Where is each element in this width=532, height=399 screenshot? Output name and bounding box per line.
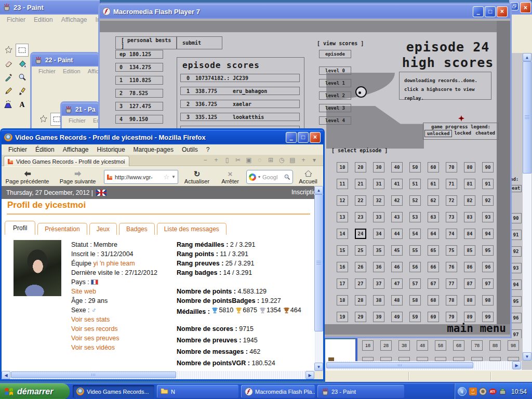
inscription-link[interactable]: Inscriptio (291, 189, 314, 196)
legend-cheated[interactable]: cheated (473, 130, 497, 137)
menu-fichier[interactable]: Fichier (5, 145, 31, 154)
bg-episode-cell[interactable] (471, 357, 483, 361)
task-video-games-records[interactable]: Video Games Records... (73, 385, 154, 398)
episode-cell-19[interactable]: 19 (337, 312, 348, 322)
main-menu-button[interactable]: main menu (404, 322, 506, 335)
bg-episode-cell-93[interactable]: 93 (510, 263, 522, 273)
ati-icon[interactable]: ATI (489, 388, 497, 395)
episode-cell-44[interactable]: 44 (391, 229, 403, 239)
menu-fichier[interactable]: Fichier (35, 67, 59, 75)
bg-episode-cell-78[interactable]: 78 (471, 340, 483, 351)
home-button[interactable]: Accueil (294, 168, 323, 186)
scrollbar-thumb[interactable] (11, 371, 176, 378)
tab-badges[interactable]: Badges (119, 223, 155, 235)
bg-episode-cell[interactable] (362, 357, 374, 361)
link-voir-ses-vid-os[interactable]: Voir ses vidéos (71, 344, 115, 351)
scroll-right-icon[interactable]: ▶ (512, 361, 521, 369)
horizontal-scrollbar[interactable]: ◀ ▶ (2, 371, 314, 379)
browser-tab[interactable]: Video Games Records - Profil de yicestmo… (4, 156, 129, 166)
scroll-right-icon[interactable]: ▶ (305, 371, 314, 379)
episode-cell-15[interactable]: 15 (337, 245, 348, 256)
bg-episode-cell-92[interactable]: 92 (510, 246, 522, 257)
episode-cell-52[interactable]: 52 (409, 195, 421, 206)
view-level-1-button[interactable]: level 1 (319, 79, 351, 87)
episode-cell-41[interactable]: 41 (391, 179, 403, 189)
info-link[interactable]: Site web (71, 288, 96, 295)
personal-best-row[interactable]: 0134.275 (115, 63, 163, 72)
loading-icon[interactable]: ◌ (256, 156, 263, 164)
episode-score-row[interactable]: 0107374182.:JC239 (180, 74, 300, 82)
episode-cell-58[interactable]: 58 (409, 295, 421, 305)
episode-cell-86[interactable]: 86 (464, 262, 475, 272)
episode-cell-59[interactable]: 59 (409, 312, 421, 322)
maximize-icon[interactable]: □ (298, 132, 309, 143)
episode-cell-71[interactable]: 71 (446, 179, 457, 189)
episode-cell-70[interactable]: 70 (446, 162, 457, 172)
episode-cell-12[interactable]: 12 (337, 195, 348, 206)
trash-icon[interactable]: ▯ (223, 156, 231, 164)
minimize-icon[interactable]: – (286, 132, 297, 143)
menu-fichier[interactable]: Fichier (65, 116, 89, 125)
minimize-icon[interactable]: − (202, 156, 209, 164)
menu-dition[interactable]: Édition (32, 145, 58, 154)
logitech-icon[interactable] (479, 388, 487, 395)
close-icon[interactable]: × (497, 6, 508, 17)
episode-cell-13[interactable]: 13 (337, 212, 348, 222)
scroll-left-icon[interactable]: ◀ (2, 371, 10, 379)
episode-cell-54[interactable]: 54 (409, 229, 421, 239)
tab-liste-des-messages[interactable]: Liste des messages (157, 223, 227, 235)
episode-cell-24[interactable]: 24 (355, 229, 366, 239)
submit-button[interactable]: submit (177, 36, 222, 49)
episode-cell-17[interactable]: 17 (337, 278, 348, 289)
vertical-scrollbar[interactable]: ▲ ▼ (314, 186, 323, 379)
window-titlebar[interactable]: 22 - Paint (32, 54, 98, 66)
menu-edition[interactable]: Edition (59, 67, 84, 75)
episode-cell-16[interactable]: 16 (337, 262, 348, 272)
link-voir-ses-preuves[interactable]: Voir ses preuves (71, 335, 119, 342)
episode-cell-53[interactable]: 53 (409, 212, 421, 222)
bg-episode-cell-90[interactable]: 90 (510, 213, 522, 223)
window-titlebar[interactable]: 23 - Paint (0, 0, 100, 15)
bg-episode-cell-68[interactable]: 68 (453, 340, 464, 351)
bg-episode-cell[interactable] (453, 357, 464, 361)
history-clock-icon[interactable]: ◷ (278, 156, 285, 164)
print-icon[interactable]: ▤ (289, 156, 296, 164)
episode-cell-38[interactable]: 38 (373, 295, 384, 305)
task-n[interactable]: N (157, 385, 238, 398)
scroll-up-icon[interactable]: ▲ (523, 53, 531, 61)
airbrush-icon[interactable] (2, 98, 15, 111)
menu-affichage[interactable]: Affichage (59, 145, 92, 154)
bg-episode-cell-48[interactable]: 48 (417, 340, 428, 351)
episode-cell-56[interactable]: 56 (409, 262, 421, 272)
personal-best-row[interactable]: 3127.475 (115, 102, 163, 111)
brush-icon[interactable] (16, 84, 29, 97)
task-macromedia-flash-pla[interactable]: Macromedia Flash Pla... (241, 385, 315, 398)
firefox-window[interactable]: Video Games Records - Profil de yicestmo… (0, 128, 325, 381)
menu-outils[interactable]: Outils (178, 145, 202, 154)
add-icon[interactable]: + (212, 156, 220, 164)
episode-cell-11[interactable]: 11 (337, 179, 348, 189)
episode-score-row[interactable]: 2336.725xaelar (180, 100, 300, 108)
menu-marque-pages[interactable]: Marque-pages (130, 145, 177, 154)
bg-episode-cell[interactable] (380, 357, 392, 361)
link-voir-ses-records[interactable]: Voir ses records (71, 325, 118, 332)
episode-cell-63[interactable]: 63 (428, 212, 439, 222)
episode-cell-81[interactable]: 81 (464, 179, 475, 189)
bg-episode-cell[interactable] (508, 357, 519, 361)
episode-cell-80[interactable]: 80 (464, 162, 475, 172)
episode-cell-33[interactable]: 33 (373, 212, 384, 222)
bg-episode-cell[interactable] (417, 357, 428, 361)
add-tab-icon[interactable]: + (300, 156, 307, 164)
bg-episode-cell-18[interactable]: 18 (362, 340, 374, 351)
episode-cell-34[interactable]: 34 (373, 229, 384, 239)
episode-cell-98[interactable]: 98 (482, 295, 494, 305)
episode-cell-47[interactable]: 47 (391, 278, 403, 289)
view-level-2-button[interactable]: level 2 (319, 91, 351, 100)
scroll-down-icon[interactable]: ▼ (314, 363, 323, 371)
url-bar[interactable]: http://www.vgr- ☆ ▼ (104, 170, 178, 184)
bg-episode-cell[interactable] (489, 357, 501, 361)
close-icon[interactable]: × (310, 132, 321, 143)
episode-cell-92[interactable]: 92 (482, 195, 494, 206)
episode-cell-51[interactable]: 51 (409, 179, 421, 189)
scroll-down-icon[interactable]: ▼ (523, 352, 531, 361)
